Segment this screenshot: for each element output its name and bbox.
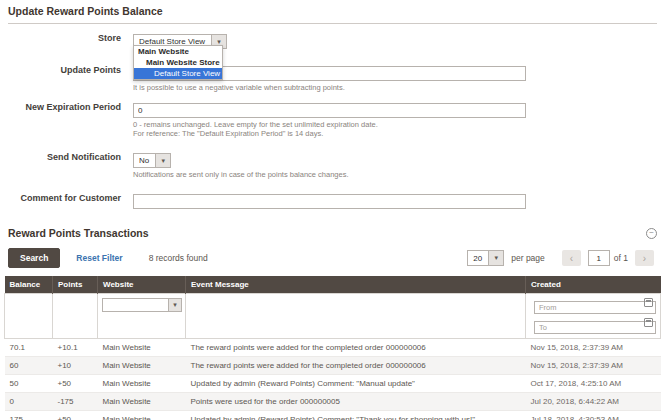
table-row[interactable]: 70.1 +10.1 Main Website The reward point… <box>5 339 661 357</box>
update-points-note: It is possible to use a negative variabl… <box>133 83 526 92</box>
filter-cell-event-message <box>186 294 526 339</box>
cell-points: +50 <box>53 411 98 420</box>
column-header-event-message[interactable]: Event Message <box>186 276 526 294</box>
expiration-note-1: 0 - remains unchanged. Leave empty for t… <box>133 120 526 129</box>
filter-cell-points <box>53 294 98 339</box>
per-page-select[interactable]: 20 ▾ <box>467 250 504 266</box>
table-row[interactable]: 175 +50 Main Website Updated by admin (R… <box>5 411 661 420</box>
comment-label: Comment for Customer <box>8 190 133 203</box>
form-title: Update Reward Points Balance <box>8 5 657 17</box>
cell-points: +10 <box>53 357 98 375</box>
cell-points: -175 <box>53 393 98 411</box>
search-button[interactable]: Search <box>8 248 60 268</box>
cell-created: Oct 17, 2018, 4:25:10 AM <box>526 375 661 393</box>
store-option-default-store-view[interactable]: Default Store View <box>134 68 222 79</box>
calendar-icon[interactable] <box>644 298 653 307</box>
grid-toolbar: Search Reset Filter 8 records found 20 ▾… <box>8 248 657 268</box>
per-page-label: per page <box>511 253 545 263</box>
cell-message: Updated by admin (Reward Points) Comment… <box>186 375 526 393</box>
cell-message: Updated by admin (Reward Points) Comment… <box>186 411 526 420</box>
divider <box>8 23 657 24</box>
cell-created: Jul 18, 2018, 4:30:53 AM <box>526 411 661 420</box>
caret-down-icon[interactable]: ▾ <box>168 299 181 311</box>
cell-website: Main Website <box>98 411 186 420</box>
cell-website: Main Website <box>98 393 186 411</box>
cell-website: Main Website <box>98 339 186 357</box>
created-from-input[interactable] <box>534 301 656 314</box>
page: Update Reward Points Balance Store Defau… <box>0 0 665 420</box>
expiration-field-row: New Expiration Period 0 - remains unchan… <box>8 99 657 138</box>
notification-field-row: Send Notification No ▾ Notifications are… <box>8 149 657 179</box>
expiration-note-2: For reference: The "Default Expiration P… <box>133 129 526 138</box>
filter-cell-website: ▾ <box>98 294 186 339</box>
notification-select-value: No <box>134 154 155 167</box>
website-filter-value <box>103 299 114 311</box>
comment-input[interactable] <box>133 194 526 209</box>
store-option-main-website[interactable]: Main Website <box>134 46 222 57</box>
records-count: 8 records found <box>149 253 208 263</box>
cell-balance: 70.1 <box>5 339 53 357</box>
cell-created: Nov 15, 2018, 2:37:39 AM <box>526 357 661 375</box>
reset-filter-link[interactable]: Reset Filter <box>76 253 122 263</box>
collapse-section-icon[interactable]: − <box>646 228 657 239</box>
cell-balance: 50 <box>5 375 53 393</box>
update-points-field-row: Update Points It is possible to use a ne… <box>8 62 657 92</box>
created-to-input[interactable] <box>534 321 656 334</box>
column-header-created[interactable]: Created <box>526 276 661 294</box>
expiration-label: New Expiration Period <box>8 99 133 112</box>
calendar-icon[interactable] <box>644 318 653 327</box>
table-row[interactable]: 0 -175 Main Website Points were used for… <box>5 393 661 411</box>
website-filter-select[interactable]: ▾ <box>102 298 182 312</box>
notification-note: Notifications are sent only in case of t… <box>133 170 526 179</box>
cell-website: Main Website <box>98 375 186 393</box>
notification-label: Send Notification <box>8 149 133 162</box>
store-dropdown-list: Main Website Main Website Store Default … <box>133 45 223 80</box>
previous-page-icon[interactable]: ‹ <box>562 250 581 266</box>
cell-points: +10.1 <box>53 339 98 357</box>
cell-points: +50 <box>53 375 98 393</box>
table-row[interactable]: 50 +50 Main Website Updated by admin (Re… <box>5 375 661 393</box>
page-number-input[interactable] <box>588 250 610 266</box>
cell-message: The reward points were added for the com… <box>186 357 526 375</box>
store-option-main-website-store[interactable]: Main Website Store <box>134 57 222 68</box>
expiration-input[interactable] <box>133 103 526 118</box>
filter-cell-balance <box>5 294 53 339</box>
cell-balance: 60 <box>5 357 53 375</box>
page-total-label: of 1 <box>614 253 628 263</box>
cell-balance: 0 <box>5 393 53 411</box>
store-label: Store <box>8 30 133 43</box>
cell-created: Nov 15, 2018, 2:37:39 AM <box>526 339 661 357</box>
column-header-balance[interactable]: Balance <box>5 276 53 294</box>
notification-select[interactable]: No ▾ <box>133 153 171 168</box>
store-field-row: Store Default Store View ▾ Main Website … <box>8 30 657 49</box>
update-points-label: Update Points <box>8 62 133 75</box>
per-page-value: 20 <box>468 251 488 265</box>
transactions-table: Balance Points Website Event Message Cre… <box>4 276 661 420</box>
caret-down-icon[interactable]: ▾ <box>488 251 503 265</box>
table-header-row: Balance Points Website Event Message Cre… <box>5 276 661 294</box>
cell-message: The reward points were added for the com… <box>186 339 526 357</box>
cell-message: Points were used for the order 000000005 <box>186 393 526 411</box>
filter-cell-created <box>526 294 661 339</box>
table-row[interactable]: 60 +10 Main Website The reward points we… <box>5 357 661 375</box>
caret-down-icon[interactable]: ▾ <box>155 154 170 167</box>
cell-balance: 175 <box>5 411 53 420</box>
filter-row: ▾ <box>5 294 661 339</box>
comment-field-row: Comment for Customer <box>8 190 657 209</box>
cell-created: Jul 20, 2018, 6:44:22 AM <box>526 393 661 411</box>
transactions-title: Reward Points Transactions <box>8 227 149 239</box>
column-header-points[interactable]: Points <box>53 276 98 294</box>
next-page-icon[interactable]: › <box>635 250 654 266</box>
cell-website: Main Website <box>98 357 186 375</box>
column-header-website[interactable]: Website <box>98 276 186 294</box>
